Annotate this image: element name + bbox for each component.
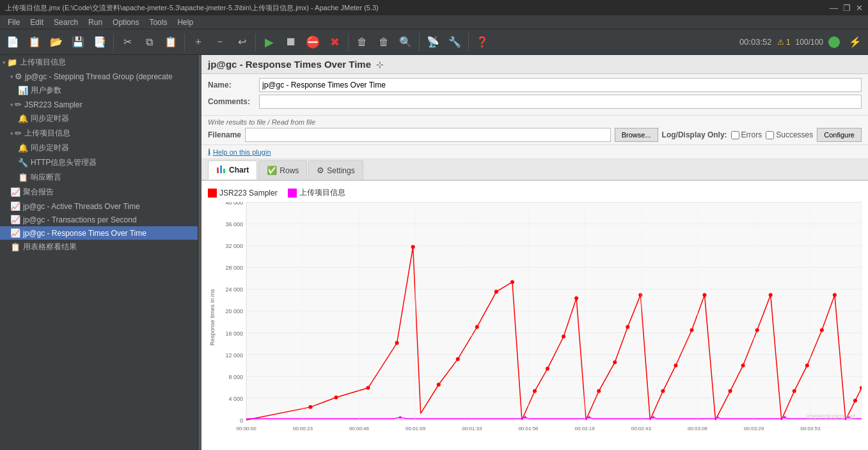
tree-label-active-threads: jp@gc - Active Threads Over Time <box>23 202 140 211</box>
tree-icon-upload-info: ✏ <box>15 128 22 138</box>
tree-arrow-upload-info: ▾ <box>10 130 13 137</box>
toolbar-remove-button[interactable]: － <box>210 32 230 52</box>
svg-point-66 <box>820 329 824 332</box>
svg-point-49 <box>546 367 549 371</box>
tree-item-jsr223[interactable]: ▾ ✏ JSR223 Sampler <box>0 98 198 111</box>
main-layout: ▾ 📁 上传项目信息 ▾ ⚙ jp@gc - Stepping Thread G… <box>0 55 868 450</box>
form-area: Name: Comments: <box>201 74 868 116</box>
tree-item-upload-info[interactable]: ▾ ✏ 上传项目信息 <box>0 126 198 141</box>
svg-text:32 000: 32 000 <box>226 243 244 249</box>
help-link[interactable]: ℹ Help on this plugin <box>201 145 868 159</box>
close-button[interactable]: ✕ <box>856 3 863 13</box>
tree-item-user-params[interactable]: 📊 用户参数 <box>0 83 198 98</box>
toolbar-paste-button[interactable]: 📋 <box>161 32 181 52</box>
errors-checkbox[interactable] <box>731 131 739 139</box>
browse-button[interactable]: Browse... <box>615 128 658 142</box>
svg-point-43 <box>437 383 441 387</box>
tree-icon-aggregate: 📈 <box>10 187 20 197</box>
tree-item-aggregate[interactable]: 📈 聚合报告 <box>0 185 198 199</box>
restore-button[interactable]: ❐ <box>843 3 851 13</box>
tree-item-http-manager[interactable]: 🔧 HTTP信息头管理器 <box>0 155 198 170</box>
tab-rows[interactable]: ✅ Rows <box>258 160 307 180</box>
titlebar-controls[interactable]: — ❐ ✕ <box>830 3 863 13</box>
svg-point-59 <box>703 293 707 297</box>
svg-point-38 <box>308 405 312 409</box>
tab-settings[interactable]: ⚙ Settings <box>308 160 363 180</box>
svg-text:00:02:43: 00:02:43 <box>631 426 652 431</box>
menu-options[interactable]: Options <box>107 17 144 28</box>
name-input[interactable] <box>259 78 862 92</box>
toolbar-stopnow-button[interactable]: ⛔ <box>303 32 323 52</box>
toolbar-save-button[interactable]: 💾 <box>68 32 88 52</box>
svg-text:36 000: 36 000 <box>226 221 244 228</box>
successes-checkbox-label[interactable]: Successes <box>766 130 813 139</box>
svg-point-52 <box>597 389 601 393</box>
menu-search[interactable]: Search <box>49 17 83 28</box>
minimize-button[interactable]: — <box>830 3 838 13</box>
legend-color-upload <box>288 189 297 198</box>
toolbar-revert-button[interactable]: ↩ <box>232 32 252 52</box>
chart-legend: JSR223 Sampler 上传项目信息 <box>208 187 862 198</box>
menu-edit[interactable]: Edit <box>25 17 49 28</box>
toolbar-open-button[interactable]: 📂 <box>46 32 67 52</box>
menu-run[interactable]: Run <box>83 17 107 28</box>
svg-text:28 000: 28 000 <box>226 265 244 271</box>
errors-label: Errors <box>741 130 762 139</box>
toolbar-saveas-button[interactable]: 📑 <box>90 32 110 52</box>
tree-label-http-manager: HTTP信息头管理器 <box>31 157 97 168</box>
tree-icon-timer2: 🔔 <box>18 143 28 153</box>
toolbar-function-button[interactable]: 🔧 <box>445 32 465 52</box>
toolbar-new-button[interactable]: 📄 <box>3 32 23 52</box>
toolbar-clear-button[interactable]: 🗑 <box>352 32 372 52</box>
tree-item-root[interactable]: ▾ 📁 上传项目信息 <box>0 55 198 70</box>
toolbar-remote-button[interactable]: 📡 <box>423 32 443 52</box>
tree-item-assert[interactable]: 📋 响应断言 <box>0 170 198 185</box>
toolbar-copy-button[interactable]: ⧉ <box>139 32 159 52</box>
tree-item-thread-group[interactable]: ▾ ⚙ jp@gc - Stepping Thread Group (depre… <box>0 70 198 83</box>
tree-item-view-results[interactable]: 📋 用表格察看结果 <box>0 240 198 254</box>
toolbar-clearall-button[interactable]: 🗑 <box>374 32 394 52</box>
toolbar-cut-button[interactable]: ✂ <box>117 32 138 52</box>
toolbar-add-button[interactable]: ＋ <box>188 32 209 52</box>
toolbar-shutdown-button[interactable]: ✖ <box>324 32 345 52</box>
tree-item-timer2[interactable]: 🔔 同步定时器 <box>0 141 198 155</box>
toolbar-help-button[interactable]: ❓ <box>472 32 493 52</box>
filename-input[interactable] <box>245 128 611 142</box>
chart-svg: 40 000 36 000 32 000 28 000 24 000 20 00… <box>208 202 862 439</box>
tree-label-user-params: 用户参数 <box>31 85 61 96</box>
tree-item-active-threads[interactable]: 📈 jp@gc - Active Threads Over Time <box>0 199 198 213</box>
tree-item-transactions[interactable]: 📈 jp@gc - Transactions per Second <box>0 213 198 226</box>
chart-area: JSR223 Sampler 上传项目信息 jmeterplugins.net <box>201 181 868 450</box>
successes-checkbox[interactable] <box>766 131 774 139</box>
tree-label-upload-info: 上传项目信息 <box>24 128 70 139</box>
toolbar-sep2 <box>184 33 185 51</box>
svg-point-46 <box>494 290 498 293</box>
tree-item-response-times[interactable]: 📈 jp@gc - Response Times Over Time <box>0 226 198 240</box>
toolbar-status-circle <box>828 36 840 48</box>
comments-input[interactable] <box>259 95 862 109</box>
menu-tools[interactable]: Tools <box>144 17 172 28</box>
toolbar-search-button[interactable]: 🔍 <box>395 32 416 52</box>
name-label: Name: <box>208 81 259 89</box>
tabs-bar: Chart ✅ Rows ⚙ Settings <box>201 159 868 181</box>
write-results-label: Write results to file / Read from file <box>208 118 862 126</box>
expand-icon[interactable]: ⊹ <box>376 59 384 70</box>
menu-help[interactable]: Help <box>172 17 198 28</box>
toolbar-status: 00:03:52 ⚠ 1 100/100 ⚡ <box>739 32 865 52</box>
toolbar-run-button[interactable]: ▶ <box>259 32 280 52</box>
toolbar-template-button[interactable]: 📋 <box>24 32 45 52</box>
menu-file[interactable]: File <box>3 17 25 28</box>
configure-button[interactable]: Configure <box>817 128 862 142</box>
toolbar-warn: ⚠ 1 <box>777 38 791 47</box>
svg-point-61 <box>741 364 745 368</box>
help-text: Help on this plugin <box>213 148 271 156</box>
legend-label-jsr223: JSR223 Sampler <box>219 189 278 198</box>
svg-text:00:03:53: 00:03:53 <box>800 426 821 431</box>
toolbar-stop-button[interactable]: ⏹ <box>281 32 301 52</box>
comments-label: Comments: <box>208 97 259 106</box>
toolbar-extra-button[interactable]: ⚡ <box>845 32 865 52</box>
errors-checkbox-label[interactable]: Errors <box>731 130 762 139</box>
svg-point-45 <box>475 325 479 329</box>
tab-chart[interactable]: Chart <box>208 160 257 180</box>
tree-item-timer1[interactable]: 🔔 同步定时器 <box>0 111 198 126</box>
